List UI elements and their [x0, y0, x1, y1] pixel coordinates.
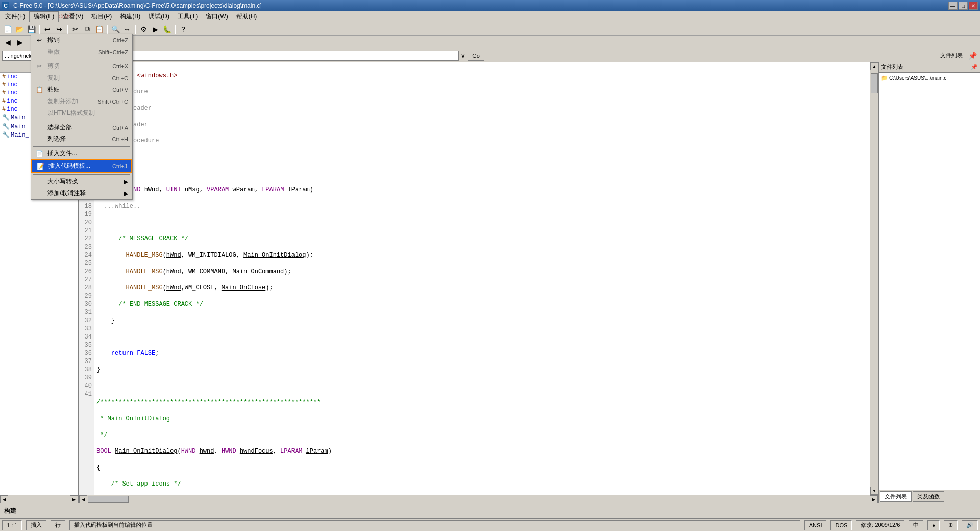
menu-project[interactable]: 项目(P): [87, 11, 116, 22]
menu-bar[interactable]: 文件(F) 编辑(E) 查看(V) 项目(P) 构建(B) 调试(D) 工具(T…: [0, 11, 980, 22]
menu-help[interactable]: 帮助(H): [232, 11, 261, 22]
title-text: C C-Free 5.0 - [C:\Users\ASUS\AppData\Ro…: [2, 2, 262, 9]
toolbar-redo[interactable]: ↪: [54, 23, 65, 35]
insertfile-label: 插入文件...: [47, 149, 77, 158]
tab-classfunc[interactable]: 类及函数: [913, 491, 944, 502]
toolbar2-btn2[interactable]: ▶: [14, 37, 26, 48]
editor-scroll-left[interactable]: ◀: [79, 495, 87, 503]
undo-shortcut: Ctrl+Z: [113, 37, 128, 43]
selectall-shortcut: Ctrl+A: [112, 125, 128, 131]
toolbar2-btn1[interactable]: ◀: [2, 37, 13, 48]
sep3: [33, 146, 130, 147]
toolbar-run[interactable]: ▶: [150, 23, 161, 35]
toolbar-open[interactable]: 📂: [14, 23, 25, 35]
right-tabs[interactable]: 文件列表 类及函数: [879, 490, 980, 503]
status-date: 修改: 2009/12/6: [856, 520, 904, 530]
toolbar-copy[interactable]: ⧉: [82, 23, 93, 35]
menu-undo[interactable]: ↩ 撤销 Ctrl+Z: [31, 34, 132, 46]
menu-build-main[interactable]: 构建(B): [116, 11, 144, 22]
scroll-right[interactable]: ▶: [70, 495, 78, 503]
menu-edit[interactable]: 编辑(E): [29, 11, 59, 22]
menu-copyhtml[interactable]: 以HTML格式复制: [31, 107, 132, 119]
menu-file[interactable]: 文件(F): [1, 11, 29, 22]
close-button[interactable]: ✕: [969, 2, 978, 10]
commenttoggle-arrow: ▶: [124, 190, 128, 197]
file-list-title: 文件列表: [881, 63, 903, 71]
menu-redo[interactable]: 重做 Shift+Ctrl+Z: [31, 46, 132, 58]
undo-icon: ↩: [35, 37, 43, 44]
file-tree-root[interactable]: 📁 C:\Users\ASUS\...\main.c: [880, 74, 979, 82]
menu-caseconvert[interactable]: 大小写转换 ▶: [31, 176, 132, 187]
vscrollbar[interactable]: ▲ ▼: [870, 62, 878, 495]
minimize-button[interactable]: —: [948, 2, 958, 10]
build-label: 构建: [4, 506, 16, 515]
toolbar-undo[interactable]: ↩: [42, 23, 53, 35]
caseconvert-label: 大小写转换: [47, 177, 78, 186]
tab-filelist[interactable]: 文件列表: [880, 491, 912, 502]
menu-view[interactable]: 查看(V): [59, 11, 87, 22]
app-logo: C: [2, 2, 9, 9]
sep-t3: [107, 25, 108, 34]
selectall-label: 选择全部: [47, 123, 72, 132]
toolbar[interactable]: 📄 📂 💾 ↩ ↪ ✂ ⧉ 📋 🔍 ↔ ⚙ ▶ 🐛 ?: [0, 22, 980, 36]
editor-hscrollbar[interactable]: ◀ ▶: [79, 495, 878, 503]
scroll-track[interactable]: [870, 70, 878, 487]
editor-area: 13 14 15 16 17 18 19 20 21 22 23 24 25 2…: [79, 62, 878, 503]
scroll-thumb[interactable]: [871, 73, 878, 93]
toolbar-cut[interactable]: ✂: [70, 23, 81, 35]
title-controls[interactable]: — □ ✕: [948, 2, 978, 10]
inserttemplate-icon: 📝: [36, 163, 44, 170]
hscroll-track: [8, 495, 70, 503]
columnsel-shortcut: Ctrl+H: [112, 136, 128, 142]
insertfile-icon: 📄: [35, 150, 43, 157]
menu-window[interactable]: 窗口(W): [202, 11, 232, 22]
toolbar-compile[interactable]: ⚙: [138, 23, 149, 35]
toolbar-debug[interactable]: 🐛: [161, 23, 173, 35]
editor-hscroll-thumb[interactable]: [88, 496, 129, 503]
go-button[interactable]: Go: [468, 51, 484, 61]
redo-shortcut: Shift+Ctrl+Z: [98, 49, 128, 55]
menu-copy[interactable]: 复制 Ctrl+C: [31, 72, 132, 84]
sep-t2: [67, 25, 68, 34]
toolbar-help[interactable]: ?: [178, 23, 189, 35]
pin-icon[interactable]: 📌: [971, 64, 978, 70]
dropdown-menu: ↩ 撤销 Ctrl+Z 重做 Shift+Ctrl+Z ✂ 剪切 Ctrl+X …: [31, 34, 133, 200]
address-pin[interactable]: 📌: [967, 50, 978, 61]
scroll-up[interactable]: ▲: [870, 62, 878, 70]
right-panel: 文件列表 📌 📁 C:\Users\ASUS\...\main.c 文件列表 类…: [878, 62, 980, 503]
menu-tools[interactable]: 工具(T): [174, 11, 202, 22]
editor-scroll-right[interactable]: ▶: [870, 495, 878, 503]
toolbar-new[interactable]: 📄: [2, 23, 13, 35]
address-bar[interactable]: ...inge\include\windows.h> ∨ Go 文件列表 📌: [0, 49, 980, 62]
toolbar2[interactable]: ◀ ▶ ⬆ ⬇ 🔖 📝: [0, 36, 980, 49]
menu-columnsel[interactable]: 列选择 Ctrl+H: [31, 133, 132, 145]
toolbar-replace[interactable]: ↔: [121, 23, 133, 35]
toolbar-paste[interactable]: 📋: [93, 23, 105, 35]
menu-selectall[interactable]: 选择全部 Ctrl+A: [31, 122, 132, 133]
status-indicator-3: 🔊: [962, 520, 978, 530]
commenttoggle-label: 添加/取消注释: [47, 189, 86, 198]
menu-insertfile[interactable]: 📄 插入文件...: [31, 148, 132, 159]
inserttemplate-label: 插入代码模板...: [48, 162, 90, 171]
hscrollbar[interactable]: ◀ ▶: [0, 495, 78, 503]
editor-scroll: 13 14 15 16 17 18 19 20 21 22 23 24 25 2…: [79, 62, 878, 495]
menu-copyadd[interactable]: 复制并添加 Shift+Ctrl+C: [31, 95, 132, 107]
scroll-down[interactable]: ▼: [870, 487, 878, 495]
maximize-button[interactable]: □: [959, 2, 968, 10]
toolbar-find[interactable]: 🔍: [110, 23, 121, 35]
menu-commenttoggle[interactable]: 添加/取消注释 ▶: [31, 187, 132, 199]
paste-icon: 📋: [35, 86, 43, 93]
menu-cut[interactable]: ✂ 剪切 Ctrl+X: [31, 60, 132, 72]
status-indicator-2: ⊕: [944, 520, 958, 530]
dropdown-arrow-icon[interactable]: ∨: [461, 52, 465, 59]
menu-debug[interactable]: 调试(D): [144, 11, 174, 22]
build-bar: 构建: [0, 503, 980, 518]
menu-paste[interactable]: 📋 粘贴 Ctrl+V: [31, 84, 132, 95]
menu-inserttemplate[interactable]: 📝 插入代码模板... Ctrl+J: [31, 159, 132, 173]
status-message: 插入代码模板到当前编辑的位置: [69, 520, 800, 530]
scroll-left[interactable]: ◀: [0, 495, 8, 503]
title-label: C-Free 5.0 - [C:\Users\ASUS\AppData\Roam…: [13, 2, 262, 9]
toolbar-save[interactable]: 💾: [26, 23, 37, 35]
file-tree-panel: 📁 C:\Users\ASUS\...\main.c: [879, 73, 980, 490]
code-content[interactable]: #include <windows.h> ...procedure ...ion…: [94, 62, 870, 495]
